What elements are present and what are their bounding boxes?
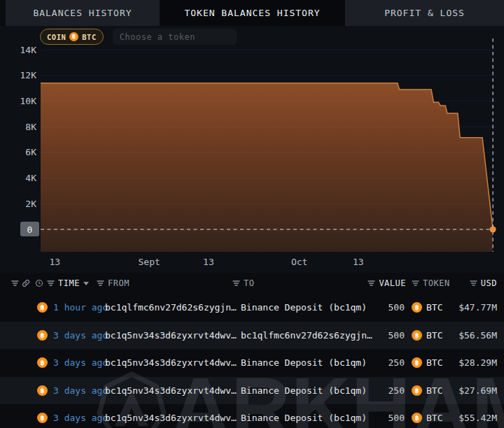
filter-icon — [470, 280, 477, 287]
table-row[interactable]: ฿ 3 days ago bc1q5nv34s3d6zyxrvt4dwv… Bi… — [0, 349, 504, 377]
x-axis-tick-label: Sept — [139, 257, 160, 267]
tab-token-balances-history[interactable]: TOKEN BALANCES HISTORY — [160, 0, 345, 26]
tx-usd-value: $47.77M — [458, 294, 497, 322]
table-row[interactable]: ฿ 3 days ago bc1q5nv34s3d6zyxrvt4dwv… Bi… — [0, 377, 504, 405]
token-cell-icon: ฿ — [37, 294, 48, 322]
tx-usd-value: $56.56M — [458, 322, 497, 350]
x-axis-tick-label: 13 — [353, 257, 364, 267]
column-header-value[interactable]: VALUE — [368, 273, 406, 294]
column-header-usd-label: USD — [481, 278, 497, 288]
table-row[interactable]: ฿ 1 hour ago bc1qlfmc6nv27d62s6zygjn… Bi… — [0, 294, 504, 322]
column-header-token[interactable]: TOKEN — [412, 273, 450, 294]
tx-to-address[interactable]: bc1qlfmc6nv27d62s6zygjn… — [241, 322, 372, 350]
filter-icon — [232, 280, 240, 287]
tx-value: 250 — [388, 349, 405, 377]
tab-balances-history[interactable]: BALANCES HISTORY — [6, 0, 160, 26]
tx-value: 250 — [388, 377, 405, 405]
filter-icon — [412, 280, 419, 287]
column-header-usd[interactable]: USD — [470, 273, 497, 294]
filter-icon[interactable] — [11, 273, 19, 294]
tx-value: 500 — [388, 294, 405, 322]
tab-profit-and-loss[interactable]: PROFIT & LOSS — [345, 0, 504, 26]
y-axis-tick-label: 4K — [25, 173, 36, 183]
token-cell-icon: ฿ — [37, 404, 48, 428]
column-header-to-label: TO — [244, 278, 254, 288]
tx-value: 500 — [388, 404, 405, 428]
area-series-fill — [41, 83, 493, 252]
btc-icon: ฿ — [69, 32, 78, 41]
tx-from-address[interactable]: bc1qlfmc6nv27d62s6zygjn… — [105, 294, 237, 322]
y-axis-tick-label: 12K — [20, 70, 37, 80]
y-axis-tick-label: 6K — [25, 147, 36, 157]
tx-time-link[interactable]: 3 days ago — [53, 377, 108, 405]
coin-chip-label: COIN — [47, 33, 66, 41]
tx-time-link[interactable]: 3 days ago — [53, 322, 108, 350]
filter-icon — [97, 280, 104, 287]
btc-icon: ฿ — [412, 413, 422, 423]
tx-usd-value: $28.29M — [458, 349, 497, 377]
table-header-row: TIME FROM TO VALUE — [0, 273, 504, 294]
table-row[interactable]: ฿ 3 days ago bc1q5nv34s3d6zyxrvt4dwv… bc… — [0, 322, 504, 350]
tx-token: ฿BTC — [412, 349, 442, 377]
y-axis-tick-label: 0 — [27, 224, 33, 235]
y-axis-tick-label: 14K — [20, 45, 37, 55]
chart-controls: COIN ฿ BTC — [40, 29, 237, 45]
column-header-to[interactable]: TO — [232, 273, 254, 294]
x-axis-tick-label: 13 — [203, 257, 214, 267]
coin-chip-token: BTC — [82, 33, 96, 41]
tx-time-link[interactable]: 3 days ago — [53, 349, 108, 377]
tx-from-address[interactable]: bc1q5nv34s3d6zyxrvt4dwv… — [105, 377, 237, 405]
x-axis-tick-label: 13 — [49, 257, 60, 267]
column-header-time-label: TIME — [58, 278, 80, 288]
selected-coin-chip[interactable]: COIN ฿ BTC — [40, 29, 104, 45]
tx-usd-value: $27.69M — [458, 377, 497, 405]
tx-to-address[interactable]: Binance Deposit (bc1qm) — [241, 349, 367, 377]
tx-time-link[interactable]: 3 days ago — [53, 404, 108, 428]
tx-from-address[interactable]: bc1q5nv34s3d6zyxrvt4dwv… — [105, 322, 237, 350]
btc-icon: ฿ — [412, 385, 422, 396]
filter-icon — [47, 280, 55, 287]
clock-icon — [35, 279, 43, 287]
tx-from-address[interactable]: bc1q5nv34s3d6zyxrvt4dwv… — [105, 404, 237, 428]
btc-icon: ฿ — [37, 413, 48, 423]
tx-from-address[interactable]: bc1q5nv34s3d6zyxrvt4dwv… — [105, 349, 237, 377]
history-tabbar: BALANCES HISTORY TOKEN BALANCES HISTORY … — [0, 0, 504, 26]
x-axis-tick-label: Oct — [291, 257, 307, 267]
link-icon[interactable] — [22, 273, 30, 294]
btc-icon: ฿ — [37, 385, 48, 396]
y-axis-tick-label: 8K — [25, 122, 36, 132]
y-axis-tick-label: 2K — [25, 199, 36, 209]
tx-token: ฿BTC — [412, 404, 442, 428]
btc-icon: ฿ — [412, 302, 422, 313]
tx-to-address[interactable]: Binance Deposit (bc1qm) — [241, 294, 367, 322]
tx-to-address[interactable]: Binance Deposit (bc1qm) — [241, 377, 367, 405]
btc-icon: ฿ — [412, 357, 422, 368]
tx-token: ฿BTC — [412, 294, 442, 322]
column-header-time[interactable]: TIME — [35, 273, 89, 294]
chevron-down-icon — [83, 282, 89, 285]
tx-token: ฿BTC — [412, 322, 442, 350]
column-header-from[interactable]: FROM — [97, 273, 130, 294]
tx-token: ฿BTC — [412, 377, 442, 405]
btc-icon: ฿ — [37, 357, 48, 368]
column-header-token-label: TOKEN — [423, 278, 450, 288]
token-cell-icon: ฿ — [37, 322, 48, 350]
column-header-from-label: FROM — [108, 278, 130, 288]
token-cell-icon: ฿ — [37, 349, 48, 377]
tx-table-body: ฿ 1 hour ago bc1qlfmc6nv27d62s6zygjn… Bi… — [0, 294, 504, 428]
table-row[interactable]: ฿ 3 days ago bc1q5nv34s3d6zyxrvt4dwv… Bi… — [0, 404, 504, 428]
tx-value: 500 — [388, 322, 405, 350]
column-header-value-label: VALUE — [379, 278, 406, 288]
token-balances-dashboard: 14K12K10K8K6K4K2K013Sept13Oct13 BALANCES… — [0, 0, 504, 428]
tx-to-address[interactable]: Binance Deposit (bc1qm) — [241, 404, 367, 428]
y-axis-tick-label: 10K — [20, 96, 37, 106]
token-cell-icon: ฿ — [37, 377, 48, 405]
tx-time-link[interactable]: 1 hour ago — [53, 294, 108, 322]
token-search-input[interactable] — [113, 29, 237, 45]
btc-icon: ฿ — [412, 330, 422, 341]
btc-icon: ฿ — [37, 302, 48, 313]
tx-usd-value: $55.42M — [458, 404, 497, 428]
transfers-table: TIME FROM TO VALUE — [0, 273, 504, 428]
hovered-point-marker[interactable] — [490, 227, 496, 233]
btc-icon: ฿ — [37, 330, 48, 341]
